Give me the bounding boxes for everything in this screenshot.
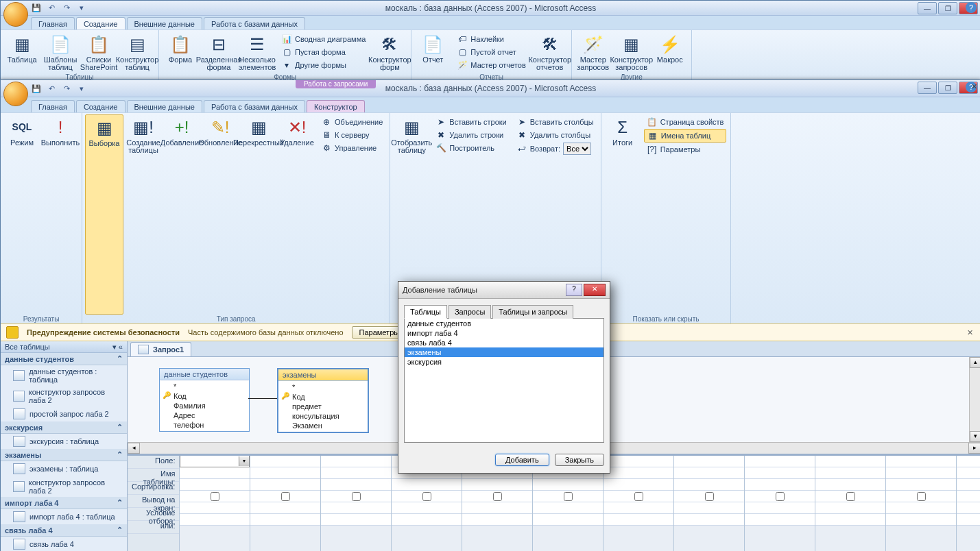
grid-cell[interactable] xyxy=(250,467,320,479)
table-names-button[interactable]: ▦Имена таблиц xyxy=(644,129,727,143)
grid-cell[interactable] xyxy=(250,456,320,467)
delete-query-button[interactable]: ✕!Удаление xyxy=(278,114,315,315)
grid-cell[interactable] xyxy=(321,502,391,514)
append-button[interactable]: +!Добавление xyxy=(163,114,200,315)
grid-cell[interactable] xyxy=(392,479,462,491)
nav-item[interactable]: конструктор запросов лаба 2 xyxy=(1,386,127,406)
grid-cell[interactable] xyxy=(886,456,956,467)
table-design-button[interactable]: ▤Конструктор таблиц xyxy=(119,32,156,73)
tab-home[interactable]: Главная xyxy=(31,17,75,29)
show-checkbox[interactable] xyxy=(634,492,643,501)
grid-cell[interactable] xyxy=(180,479,250,491)
grid-cell[interactable]: ▾ xyxy=(180,456,250,467)
nav-group[interactable]: экскурсия⌃ xyxy=(1,421,127,434)
grid-cell[interactable] xyxy=(321,456,391,467)
grid-cell[interactable] xyxy=(533,479,603,491)
grid-cell[interactable] xyxy=(462,502,532,514)
grid-cell[interactable] xyxy=(745,502,815,514)
grid-cell[interactable] xyxy=(250,514,320,526)
nav-item[interactable]: данные студентов : таблица xyxy=(1,365,127,386)
field-item[interactable]: Фамилия xyxy=(160,401,249,411)
labels-button[interactable]: 🏷Наклейки xyxy=(454,33,528,45)
design-vscroll[interactable]: ▴ ▾ xyxy=(969,357,980,442)
nav-item[interactable]: конструктор запросов лаба 2 xyxy=(1,476,127,497)
grid-cell[interactable] xyxy=(745,491,815,502)
scroll-right-icon[interactable]: ▸ xyxy=(968,443,980,454)
grid-cell[interactable] xyxy=(321,467,391,479)
return-select[interactable]: Все xyxy=(563,143,591,155)
show-checkbox[interactable] xyxy=(493,492,502,501)
security-close-icon[interactable]: ✕ xyxy=(964,328,975,337)
field-item[interactable]: консультация xyxy=(278,411,368,421)
grid-cell[interactable] xyxy=(745,514,815,526)
dialog-list-item[interactable]: экзамены xyxy=(405,347,603,357)
grid-cell[interactable] xyxy=(321,514,391,526)
maximize-button[interactable]: ❐ xyxy=(938,2,957,14)
delete-cols-button[interactable]: ✖Удалить столбцы xyxy=(514,129,597,141)
show-checkbox[interactable] xyxy=(564,492,573,501)
grid-cell[interactable] xyxy=(180,467,250,479)
form-button[interactable]: 📋Форма xyxy=(162,32,199,73)
pivot-chart-button[interactable]: 📊Сводная диаграмма xyxy=(278,33,368,45)
passthrough-button[interactable]: 🖥К серверу xyxy=(318,129,385,141)
field-item[interactable]: телефон xyxy=(160,420,249,430)
dialog-titlebar[interactable]: Добавление таблицы ? ✕ xyxy=(398,282,610,299)
nav-item[interactable]: импорт лаба 4 : таблица xyxy=(1,509,127,524)
dialog-close-button[interactable]: Закрыть xyxy=(555,454,604,466)
help-icon[interactable]: ? xyxy=(966,2,977,13)
dialog-close-icon[interactable]: ✕ xyxy=(584,284,606,296)
split-form-button[interactable]: ⊟Разделенная форма xyxy=(200,32,237,73)
field-item[interactable]: Адрес xyxy=(160,411,249,420)
show-checkbox[interactable] xyxy=(281,492,290,501)
insert-rows-button[interactable]: ➤Вставить строки xyxy=(433,116,509,128)
table-header-students[interactable]: данные студентов xyxy=(160,369,249,380)
grid-cell[interactable] xyxy=(745,479,815,491)
grid-cell[interactable] xyxy=(815,479,885,491)
grid-cell[interactable] xyxy=(886,479,956,491)
blank-report-button[interactable]: ▢Пустой отчет xyxy=(454,46,528,58)
grid-cell[interactable] xyxy=(533,502,603,514)
table-button[interactable]: ▦Таблица xyxy=(3,32,40,73)
chevron-up-icon[interactable]: ⌃ xyxy=(117,526,123,535)
grid-cell[interactable] xyxy=(462,479,532,491)
sharepoint-button[interactable]: 📋Списки SharePoint xyxy=(80,32,117,73)
grid-cell[interactable] xyxy=(957,514,980,526)
field-item[interactable]: Экзамен xyxy=(278,421,368,430)
field-item[interactable]: Код xyxy=(278,392,368,402)
tab-constructor[interactable]: Конструктор xyxy=(307,100,365,112)
field-item[interactable]: * xyxy=(278,382,368,392)
dialog-list-item[interactable]: данные студентов xyxy=(405,319,603,328)
grid-cell[interactable] xyxy=(815,456,885,467)
tab-create-2[interactable]: Создание xyxy=(76,100,126,112)
office-button[interactable] xyxy=(3,2,28,27)
blank-form-button[interactable]: ▢Пустая форма xyxy=(278,46,368,58)
grid-cell[interactable] xyxy=(745,467,815,479)
query-design-button[interactable]: ▦Конструктор запросов xyxy=(613,32,650,73)
query-wizard-button[interactable]: 🪄Мастер запросов xyxy=(575,32,612,73)
nav-group[interactable]: связь лаба 4⌃ xyxy=(1,524,127,537)
grid-cell[interactable] xyxy=(674,479,744,491)
macro-button[interactable]: ⚡Макрос xyxy=(652,32,689,73)
chevron-down-icon[interactable]: ▾ « xyxy=(112,343,123,352)
nav-item[interactable]: экзамены : таблица xyxy=(1,461,127,476)
grid-cell[interactable] xyxy=(180,491,250,502)
builder-button[interactable]: 🔨Построитель xyxy=(433,142,509,154)
grid-cell[interactable] xyxy=(674,467,744,479)
grid-cell[interactable] xyxy=(815,467,885,479)
nav-item[interactable]: простой запрос лаба 2 xyxy=(1,406,127,421)
dropdown-arrow-icon[interactable]: ▾ xyxy=(239,456,249,466)
table-box-exams[interactable]: экзамены *КодпредметконсультацияЭкзамен xyxy=(277,368,369,433)
insert-cols-button[interactable]: ➤Вставить столбцы xyxy=(514,116,597,128)
grid-cell[interactable] xyxy=(603,456,673,467)
more-forms-button[interactable]: ▾Другие формы xyxy=(278,59,368,71)
tab-dbtools-2[interactable]: Работа с базами данных xyxy=(204,100,305,112)
minimize-button[interactable]: — xyxy=(918,2,937,14)
tab-home-2[interactable]: Главная xyxy=(31,100,75,112)
nav-group[interactable]: импорт лаба 4⌃ xyxy=(1,497,127,509)
grid-cell[interactable] xyxy=(392,502,462,514)
tab-create[interactable]: Создание xyxy=(76,17,126,29)
dialog-list-item[interactable]: экскурсия xyxy=(405,357,603,367)
union-button[interactable]: ⊕Объединение xyxy=(318,116,385,128)
grid-cell[interactable] xyxy=(250,479,320,491)
field-dropdown[interactable]: ▾ xyxy=(180,455,250,467)
